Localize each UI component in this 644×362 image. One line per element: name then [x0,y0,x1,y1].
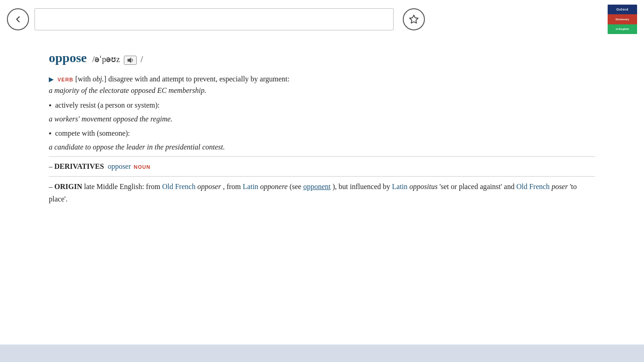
search-input[interactable] [35,8,394,30]
origin-line: – ORIGIN late Middle English: from Old F… [49,180,595,205]
derivative-pos: NOUN [134,164,151,170]
sub-def-text-1: actively resist (a person or system): [55,101,160,109]
svg-marker-0 [410,15,418,23]
oxford-logo: Oxford Dictionary of English [608,5,637,34]
sub-definition-1: ▪ actively resist (a person or system): [49,99,595,111]
slash-close: / [140,55,143,64]
footer-bar [0,345,644,362]
example-1: a majority of the electorate opposed EC … [49,85,595,97]
origin-text-1: late Middle English: from [84,183,162,190]
origin-label: ORIGIN [54,183,82,190]
header: Oxford Dictionary of English [0,0,644,39]
definition-text-1: [with obj.] disagree with and attempt to… [75,75,290,83]
origin-word-1: opposer [197,183,221,190]
derivatives-label: DERIVATIVES [54,162,104,170]
divider-origin [49,176,595,177]
divider-derivatives [49,156,595,157]
sub-def-text-2: compete with (someone): [55,129,130,137]
example-2: a workers' movement opposed the regime. [49,113,595,125]
triangle-bullet: ▶ [49,76,54,83]
origin-old-french-2[interactable]: Old French [516,183,550,190]
headword: oppose [49,51,87,65]
origin-word-2: opponere [260,183,288,190]
pronunciation: /əˈpəʊz / [92,55,143,64]
sub-definition-2: ▪ compete with (someone): [49,127,595,139]
small-bullet-1: ▪ [49,101,52,109]
origin-old-french-1[interactable]: Old French [162,183,195,190]
origin-latin-1[interactable]: Latin [243,183,258,190]
small-bullet-2: ▪ [49,129,52,137]
svg-marker-1 [128,57,131,63]
origin-text-3: (see [290,183,303,190]
audio-button[interactable] [124,56,137,65]
phoneme: əˈpəʊz [94,55,120,64]
origin-text-2: , from [223,183,243,190]
dash-derivatives: – [49,162,54,170]
part-of-speech: VERB [58,77,74,82]
dash-origin: – [49,183,54,190]
origin-word-4: poser [551,183,568,190]
definition-block-main: ▶ VERB [with obj.] disagree with and att… [49,73,595,97]
content-area: oppose /əˈpəʊz / ▶ VERB [with obj.] disa… [0,39,644,214]
back-button[interactable] [7,8,29,30]
derivative-word[interactable]: opposer [108,162,131,170]
word-header: oppose /əˈpəʊz / [49,48,595,69]
origin-text-4: ), but influenced by [332,183,392,190]
origin-text-5: 'set or placed against' and [440,183,516,190]
origin-latin-2[interactable]: Latin [392,183,408,190]
derivatives-line: – DERIVATIVES opposer NOUN [49,161,595,172]
example-3: a candidate to oppose the leader in the … [49,141,595,153]
favorite-button[interactable] [403,8,425,30]
origin-word-3: oppositus [409,183,437,190]
opponent-link[interactable]: opponent [303,183,331,190]
